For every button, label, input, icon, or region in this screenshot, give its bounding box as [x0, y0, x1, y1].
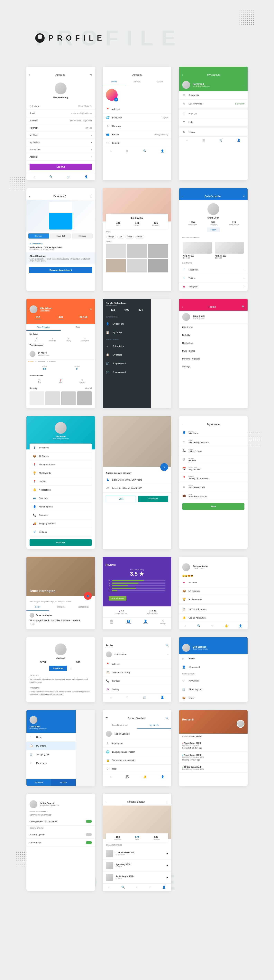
chevron-icon[interactable]: › [244, 84, 244, 86]
address-row[interactable]: 📍Address [103, 105, 171, 113]
tab-settings[interactable]: Settings [126, 79, 149, 85]
tab-options[interactable]: Options [148, 79, 171, 85]
product-card[interactable]: Nike Air 307$ 240.90 [181, 240, 213, 261]
list-icon: ☰ [182, 94, 186, 97]
search-icon[interactable]: 🔍 [165, 644, 168, 647]
premium-button[interactable]: PREMIUM [27, 779, 51, 786]
screen-audrey: ✎ Audrey Jesica's Birthday 👗Black Dress,… [103, 416, 171, 549]
screen-doctor: ‹Dr. Adam B⋮ Call Now Video Call Message… [27, 188, 95, 291]
call-button[interactable]: Call Now [29, 234, 49, 239]
screen-lia: Lia Chyntia 416Posts 1.2kFollowers 826Fo… [103, 188, 171, 291]
tab-row: Profile Settings Options [103, 79, 171, 85]
more-icon[interactable]: ⋮ [166, 800, 168, 803]
search-icon[interactable]: 🔍 [49, 175, 53, 178]
bottom-nav: ⌂🔍🛒👤 [27, 173, 95, 180]
currency-row[interactable]: $Currency [103, 122, 171, 130]
work-icon: 💼 [182, 494, 186, 498]
cart-icon[interactable]: 🛒 [67, 175, 70, 178]
cover: Bruce Harrington 👥 [27, 557, 95, 596]
screen-profile-pink: ‹Profile🔍 Jenat SmithChef & Creator Edit… [179, 299, 247, 408]
user-icon[interactable]: 👤 [161, 150, 164, 153]
currency-icon: $ [106, 124, 109, 128]
screen-colt-drawer: Colt BarrisonSuper deals for you ⌂Home 👤… [179, 637, 247, 702]
language-row[interactable]: 🌐LanguageEnglish [103, 113, 171, 122]
edit-fab[interactable]: ✎ [160, 463, 168, 471]
globe-icon: 🌐 [106, 116, 109, 119]
orders-row[interactable]: My Orders› [27, 139, 95, 146]
screen-jeffry: Jeffry Copentjeffry.ceaser@gmail.com Dub… [27, 794, 95, 891]
toggle[interactable] [86, 841, 92, 844]
more-icon[interactable]: ⋮ [90, 195, 92, 198]
edit-row[interactable]: ✎Edit My Profile$ 1,924.00 [179, 100, 247, 108]
share-icon[interactable]: ↗ [243, 195, 245, 198]
edit-icon: ✎ [182, 102, 186, 105]
help-icon: ? [182, 120, 186, 124]
action-button[interactable]: ACTION [51, 779, 76, 786]
photo: ✎ [103, 416, 171, 467]
screen-account-maria: ‹Account✎ Maria Delianny Full NameMaria … [27, 67, 95, 180]
promo-row[interactable]: Promotions› [27, 146, 95, 153]
people-row[interactable]: 👥PeopleRising & Falling [103, 130, 171, 139]
shared-row[interactable]: ☰Shared List [179, 91, 247, 100]
screen-evelyna: Evelyna AmberCraft & Creator 😊😀😍😎 ♥Favor… [179, 557, 247, 629]
search-icon[interactable]: 🔍 [242, 305, 245, 308]
book-button[interactable]: Book an Appointment [29, 267, 92, 273]
logout-icon: ↪ [106, 141, 109, 145]
logout-button[interactable]: Log Out [30, 164, 92, 170]
home-icon[interactable]: ⌂ [110, 150, 112, 153]
logout-button[interactable]: LOGOUT [30, 539, 92, 546]
settings-icon[interactable]: ⚙ [90, 308, 92, 311]
tab-profile[interactable]: Profile [103, 79, 126, 85]
screen-reviews: Reviews Your overall rating 3.5 ★ 5 4 3 … [103, 557, 171, 629]
toggle[interactable] [86, 820, 92, 823]
screen-drawer-dark: Ronald Richardson Edit information 132 4… [103, 299, 171, 408]
product-card[interactable]: Nike Air 206$ 214.90 [213, 240, 245, 261]
show-reviews-button[interactable]: Show all reviews [109, 596, 127, 601]
page-title: Account [106, 73, 168, 76]
edit-avatar-icon[interactable]: ✎ [114, 98, 118, 102]
doctor-photo [49, 202, 73, 229]
screen-myaccount-form: ‹My Account 👤NameMila Nerts ✉Emailmila.n… [179, 416, 247, 549]
myshop-row[interactable]: My Shop› [27, 132, 95, 139]
add-photo-button[interactable]: Add Photo [40, 309, 50, 312]
cover: Roman K [179, 710, 247, 733]
skip-button[interactable]: SKIP [106, 496, 136, 502]
video-button[interactable]: Video Call [50, 234, 71, 239]
wish-row[interactable]: ♡Wish List [179, 110, 247, 118]
screen-seller: ‹Seller's profile↗ Smith John 286Sell pr… [179, 188, 247, 291]
search-icon[interactable]: 🔍 [143, 150, 146, 153]
unblock-button[interactable]: Unblocked [138, 496, 168, 502]
mail-icon: ✉ [182, 440, 186, 443]
screen-roman: Roman K Balance Total $1 2923.50 ● Your … [179, 710, 247, 786]
avatar [30, 305, 37, 313]
home-icon[interactable]: ⌂ [33, 175, 35, 178]
msg-button[interactable]: Message [72, 234, 93, 239]
help-row[interactable]: ?Help [179, 118, 247, 126]
save-button[interactable]: Save [182, 503, 244, 510]
search-icon[interactable]: 🔍 [165, 717, 168, 720]
menu-icon[interactable]: ☰ [106, 717, 108, 720]
avatar [55, 422, 67, 434]
avatar [182, 81, 190, 89]
location-icon: 📍 [182, 476, 186, 479]
screen-mike: Mike WilsonAdd Photo ⚙ 212Shopping 478Tr… [27, 299, 95, 408]
edit-icon[interactable]: ✎ [90, 73, 92, 76]
account-row[interactable]: Account› [27, 153, 95, 161]
screen-colt-profile: Profile🔍 Colt Barrison› 📍Address 📋Transa… [103, 637, 171, 702]
more-icon[interactable]: ⋮ [70, 667, 72, 670]
user-name: Maria Delianny [30, 96, 91, 99]
play-icon: ▶ [166, 852, 168, 855]
category-icon[interactable]: ▦ [126, 150, 128, 153]
screen-account-tabs: Account Profile Settings Options ✎ 📍Addr… [103, 67, 171, 180]
logout-row[interactable]: ↪Log out [103, 139, 171, 147]
history-icon: ↻ [182, 130, 186, 134]
toggle[interactable] [86, 833, 92, 836]
screen-robert: ☰Robert Sanders🔍 Friends you knowmy even… [103, 710, 171, 786]
screen-myaccount-green: ‹My Account Ray Shieldray.sh@mystudio.co… [179, 67, 247, 180]
fab[interactable]: 👥 [84, 592, 92, 600]
chat-button[interactable]: Chat Now [49, 666, 67, 671]
follow-button[interactable]: Follow [207, 228, 220, 232]
appbar: ‹Account✎ [27, 71, 95, 79]
user-icon[interactable]: 👤 [84, 175, 88, 178]
history-row[interactable]: ↻History [179, 128, 247, 137]
